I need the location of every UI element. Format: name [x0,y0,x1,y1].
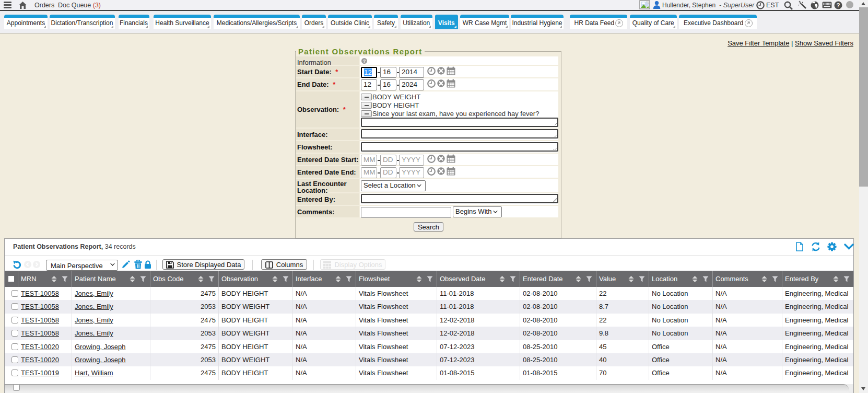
svg-text:?: ? [363,59,366,64]
svg-text:?: ? [836,2,840,8]
